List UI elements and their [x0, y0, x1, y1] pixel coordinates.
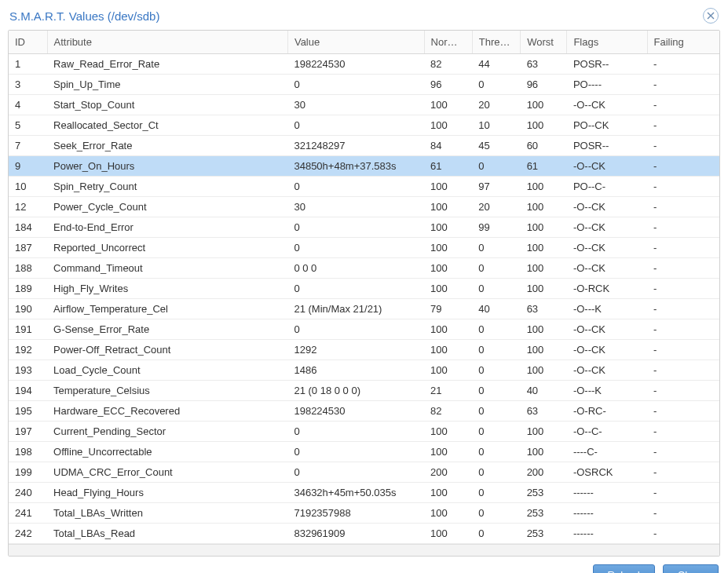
cell-failing: - — [647, 503, 719, 524]
close-button[interactable]: Close — [663, 564, 719, 573]
col-header-worst[interactable]: Worst — [521, 31, 567, 54]
cell-failing: - — [647, 299, 719, 319]
cell-value: 198224530 — [287, 54, 424, 75]
table-row[interactable]: 241Total_LBAs_Written71923579881000253--… — [9, 503, 719, 524]
cell-attribute: Power_On_Hours — [47, 156, 287, 177]
cell-id: 242 — [9, 524, 47, 544]
cell-flags: -O--CK — [567, 360, 647, 381]
cell-value: 0 — [287, 462, 424, 483]
cell-failing: - — [647, 217, 719, 238]
table-row[interactable]: 240Head_Flying_Hours34632h+45m+50.035s10… — [9, 483, 719, 503]
cell-attribute: Power-Off_Retract_Count — [47, 340, 287, 360]
cell-flags: PO--CK — [567, 115, 647, 136]
cell-normalized: 100 — [424, 524, 472, 544]
cell-normalized: 96 — [424, 75, 472, 95]
close-icon[interactable] — [703, 8, 719, 24]
cell-attribute: Airflow_Temperature_Cel — [47, 299, 287, 319]
cell-value: 0 — [287, 115, 424, 136]
table-row[interactable]: 192Power-Off_Retract_Count12921000100-O-… — [9, 340, 719, 360]
table-row[interactable]: 193Load_Cycle_Count14861000100-O--CK- — [9, 360, 719, 381]
cell-normalized: 100 — [424, 279, 472, 299]
cell-normalized: 100 — [424, 422, 472, 442]
cell-flags: -O--CK — [567, 340, 647, 360]
table-row[interactable]: 7Seek_Error_Rate321248297844560POSR--- — [9, 136, 719, 156]
cell-attribute: G-Sense_Error_Rate — [47, 319, 287, 340]
horizontal-scrollbar[interactable] — [9, 544, 719, 556]
table-row[interactable]: 197Current_Pending_Sector01000100-O--C-- — [9, 422, 719, 442]
table-row[interactable]: 187Reported_Uncorrect01000100-O--CK- — [9, 238, 719, 258]
col-header-value[interactable]: Value — [287, 31, 424, 54]
cell-worst: 100 — [521, 197, 567, 217]
cell-worst: 100 — [521, 442, 567, 462]
cell-id: 240 — [9, 483, 47, 503]
cell-threshold: 0 — [472, 381, 520, 401]
cell-normalized: 100 — [424, 483, 472, 503]
table-row[interactable]: 242Total_LBAs_Read8329619091000253------… — [9, 524, 719, 544]
table-row[interactable]: 4Start_Stop_Count3010020100-O--CK- — [9, 95, 719, 115]
titlebar: S.M.A.R.T. Values (/dev/sdb) — [8, 5, 720, 30]
cell-worst: 63 — [521, 299, 567, 319]
table-row[interactable]: 10Spin_Retry_Count010097100PO--C-- — [9, 177, 719, 197]
cell-worst: 100 — [521, 258, 567, 279]
table-row[interactable]: 12Power_Cycle_Count3010020100-O--CK- — [9, 197, 719, 217]
cell-id: 187 — [9, 238, 47, 258]
cell-failing: - — [647, 75, 719, 95]
table-row[interactable]: 194Temperature_Celsius21 (0 18 0 0 0)210… — [9, 381, 719, 401]
cell-failing: - — [647, 524, 719, 544]
cell-worst: 100 — [521, 319, 567, 340]
cell-worst: 100 — [521, 279, 567, 299]
cell-worst: 100 — [521, 217, 567, 238]
cell-normalized: 21 — [424, 381, 472, 401]
cell-value: 321248297 — [287, 136, 424, 156]
cell-value: 30 — [287, 95, 424, 115]
cell-flags: POSR-- — [567, 136, 647, 156]
cell-id: 193 — [9, 360, 47, 381]
cell-failing: - — [647, 177, 719, 197]
cell-normalized: 100 — [424, 258, 472, 279]
table-row[interactable]: 198Offline_Uncorrectable01000100----C-- — [9, 442, 719, 462]
cell-id: 194 — [9, 381, 47, 401]
cell-attribute: Spin_Retry_Count — [47, 177, 287, 197]
table-row[interactable]: 199UDMA_CRC_Error_Count02000200-OSRCK- — [9, 462, 719, 483]
cell-failing: - — [647, 483, 719, 503]
table-row[interactable]: 188Command_Timeout0 0 01000100-O--CK- — [9, 258, 719, 279]
cell-threshold: 20 — [472, 197, 520, 217]
col-header-normalized[interactable]: Nor… — [424, 31, 472, 54]
table-row[interactable]: 9Power_On_Hours34850h+48m+37.583s61061-O… — [9, 156, 719, 177]
col-header-threshold[interactable]: Thre… — [472, 31, 520, 54]
table-row[interactable]: 184End-to-End_Error010099100-O--CK- — [9, 217, 719, 238]
cell-value: 0 — [287, 319, 424, 340]
smart-values-dialog: S.M.A.R.T. Values (/dev/sdb) ID Attribut… — [0, 0, 728, 573]
col-header-attribute[interactable]: Attribute — [47, 31, 287, 54]
cell-worst: 200 — [521, 462, 567, 483]
reload-button[interactable]: Reload — [593, 564, 655, 573]
cell-flags: ------ — [567, 483, 647, 503]
cell-failing: - — [647, 95, 719, 115]
cell-value: 34850h+48m+37.583s — [287, 156, 424, 177]
table-row[interactable]: 1Raw_Read_Error_Rate198224530824463POSR-… — [9, 54, 719, 75]
cell-value: 1292 — [287, 340, 424, 360]
col-header-failing[interactable]: Failing — [647, 31, 719, 54]
cell-normalized: 82 — [424, 54, 472, 75]
cell-flags: -O--CK — [567, 319, 647, 340]
cell-flags: ------ — [567, 503, 647, 524]
cell-attribute: Raw_Read_Error_Rate — [47, 54, 287, 75]
cell-threshold: 45 — [472, 136, 520, 156]
cell-threshold: 0 — [472, 258, 520, 279]
col-header-id[interactable]: ID — [9, 31, 47, 54]
col-header-flags[interactable]: Flags — [567, 31, 647, 54]
table-row[interactable]: 5Reallocated_Sector_Ct010010100PO--CK- — [9, 115, 719, 136]
table-row[interactable]: 190Airflow_Temperature_Cel21 (Min/Max 21… — [9, 299, 719, 319]
cell-id: 188 — [9, 258, 47, 279]
table-row[interactable]: 195Hardware_ECC_Recovered19822453082063-… — [9, 401, 719, 422]
cell-flags: -O-RC- — [567, 401, 647, 422]
table-row[interactable]: 191G-Sense_Error_Rate01000100-O--CK- — [9, 319, 719, 340]
cell-flags: -O--CK — [567, 95, 647, 115]
table-row[interactable]: 3Spin_Up_Time096096PO----- — [9, 75, 719, 95]
cell-worst: 96 — [521, 75, 567, 95]
cell-threshold: 0 — [472, 462, 520, 483]
cell-normalized: 100 — [424, 442, 472, 462]
cell-flags: -O---K — [567, 381, 647, 401]
cell-normalized: 100 — [424, 115, 472, 136]
table-row[interactable]: 189High_Fly_Writes01000100-O-RCK- — [9, 279, 719, 299]
